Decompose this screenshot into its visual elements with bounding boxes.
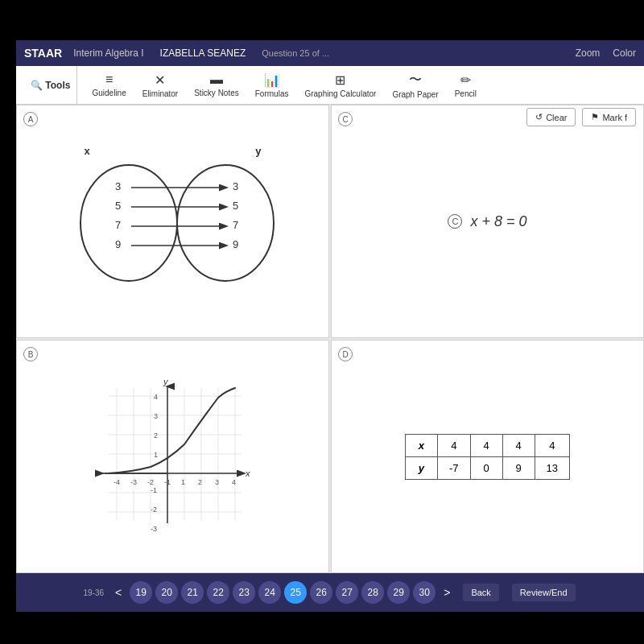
page-24[interactable]: 24 (258, 581, 281, 604)
svg-text:-2: -2 (151, 506, 157, 514)
page-30[interactable]: 30 (413, 581, 436, 604)
svg-text:-3: -3 (130, 478, 137, 486)
svg-point-0 (80, 165, 177, 281)
quadrant-b: B (16, 340, 329, 573)
mark-button[interactable]: ⚑ Mark f (582, 108, 636, 126)
svg-text:3: 3 (115, 180, 121, 192)
tools-label: 🔍 Tools (24, 66, 77, 104)
clear-button[interactable]: ↺ Clear (526, 108, 576, 126)
action-buttons: ↺ Clear ⚑ Mark f (526, 108, 636, 126)
quadrant-a-label: A (23, 112, 38, 126)
page-29[interactable]: 29 (387, 581, 410, 604)
svg-text:3: 3 (154, 412, 158, 420)
svg-text:5: 5 (233, 200, 238, 212)
next-arrow[interactable]: > (439, 586, 455, 599)
x-val-4: 4 (535, 434, 569, 456)
svg-text:7: 7 (233, 219, 238, 231)
mapping-inner: x y 3 5 7 9 3 5 (68, 161, 278, 290)
answer-c-content: C x + 8 = 0 (341, 115, 634, 328)
graphing-calculator-icon: ⊞ (335, 72, 345, 88)
svg-text:-3: -3 (151, 525, 157, 533)
table-row-x: x 4 4 4 4 (405, 434, 569, 456)
svg-text:-1: -1 (164, 478, 171, 486)
graphing-calculator-tool[interactable]: ⊞ Graphing Calculator (298, 69, 382, 101)
quadrant-b-label: B (23, 347, 38, 361)
y-row-label: y (405, 456, 437, 479)
svg-text:3: 3 (233, 180, 238, 192)
graph-paper-tool[interactable]: 〜 Graph Paper (386, 68, 444, 102)
svg-text:-1: -1 (151, 486, 157, 494)
color-label[interactable]: Color (613, 47, 636, 59)
graph-paper-icon: 〜 (409, 72, 422, 89)
svg-text:y: y (163, 380, 169, 386)
bottom-nav: 19-36 < 19 20 21 22 23 24 25 26 27 28 29… (16, 573, 644, 612)
quadrant-d-label: D (338, 347, 353, 361)
sticky-notes-icon: ▬ (210, 72, 223, 87)
formulas-icon: 📊 (264, 72, 280, 88)
quadrant-c: C C x + 8 = 0 (331, 105, 644, 338)
svg-text:9: 9 (115, 238, 121, 250)
x-header: x (85, 145, 90, 157)
x-val-2: 4 (470, 434, 502, 456)
sticky-notes-tool[interactable]: ▬ Sticky Notes (188, 69, 246, 101)
top-bar: STAAR Interim Algebra I IZABELLA SEANEZ … (16, 40, 644, 66)
pencil-tool[interactable]: ✏ Pencil (448, 69, 483, 101)
guideline-tool[interactable]: ≡ Guideline (85, 69, 132, 101)
zoom-label[interactable]: Zoom (576, 47, 601, 59)
page-26[interactable]: 26 (310, 581, 332, 604)
x-val-3: 4 (502, 434, 535, 456)
svg-text:1: 1 (154, 451, 158, 459)
clear-icon: ↺ (535, 112, 543, 122)
svg-text:2: 2 (198, 478, 202, 486)
prev-arrow[interactable]: < (110, 586, 126, 599)
page-20[interactable]: 20 (155, 581, 178, 604)
quadrant-d: D x 4 4 4 4 y -7 0 9 13 (331, 340, 644, 573)
course-label: Interim Algebra I (73, 47, 143, 59)
y-val-1: -7 (437, 456, 470, 479)
graph-svg: x y -4 -3 -2 -1 1 2 3 4 4 3 2 1 -1 (93, 380, 254, 541)
mapping-container: x y 3 5 7 9 3 5 (27, 115, 319, 328)
quadrant-c-label: C (338, 112, 353, 126)
content-area: A x y 3 5 7 9 (16, 105, 644, 573)
svg-text:4: 4 (154, 393, 158, 401)
toolbar: 🔍 Tools ≡ Guideline ✕ Eliminator ▬ Stick… (16, 66, 644, 105)
page-23[interactable]: 23 (233, 581, 255, 604)
c-circle: C (448, 214, 462, 229)
page-22[interactable]: 22 (207, 581, 229, 604)
back-button[interactable]: Back (463, 584, 498, 601)
y-val-2: 0 (470, 456, 502, 479)
svg-text:3: 3 (215, 478, 219, 486)
user-label: IZABELLA SEANEZ (160, 47, 246, 59)
pencil-icon: ✏ (460, 72, 471, 88)
y-val-4: 13 (535, 456, 569, 479)
equation-text: x + 8 = 0 (470, 213, 526, 230)
page-21[interactable]: 21 (181, 581, 204, 604)
brand-label: STAAR (24, 47, 62, 60)
page-25[interactable]: 25 (284, 581, 307, 604)
eliminator-icon: ✕ (155, 72, 165, 88)
page-28[interactable]: 28 (361, 581, 384, 604)
svg-text:2: 2 (154, 431, 158, 440)
svg-text:x: x (245, 469, 250, 478)
page-27[interactable]: 27 (336, 581, 358, 604)
eliminator-tool[interactable]: ✕ Eliminator (136, 69, 184, 101)
quadrant-a: A x y 3 5 7 9 (16, 105, 329, 338)
svg-text:4: 4 (232, 478, 236, 486)
range-label: 19-36 (83, 588, 104, 597)
question-info: Question 25 of ... (262, 48, 575, 58)
table-row-y: y -7 0 9 13 (405, 456, 569, 479)
review-button[interactable]: Review/End (512, 584, 576, 601)
svg-text:-2: -2 (147, 478, 154, 486)
svg-text:9: 9 (233, 238, 238, 250)
d-table: x 4 4 4 4 y -7 0 9 13 (405, 434, 570, 480)
svg-text:7: 7 (115, 219, 121, 231)
svg-text:1: 1 (181, 478, 185, 486)
top-bar-right: Zoom Color (576, 47, 636, 59)
answer-d-content: x 4 4 4 4 y -7 0 9 13 (341, 350, 634, 563)
svg-text:-4: -4 (114, 478, 120, 486)
formulas-tool[interactable]: 📊 Formulas (249, 69, 295, 101)
svg-point-1 (177, 165, 274, 281)
page-19[interactable]: 19 (130, 581, 152, 604)
mapping-headers: x y (68, 145, 278, 157)
svg-text:5: 5 (115, 200, 121, 212)
